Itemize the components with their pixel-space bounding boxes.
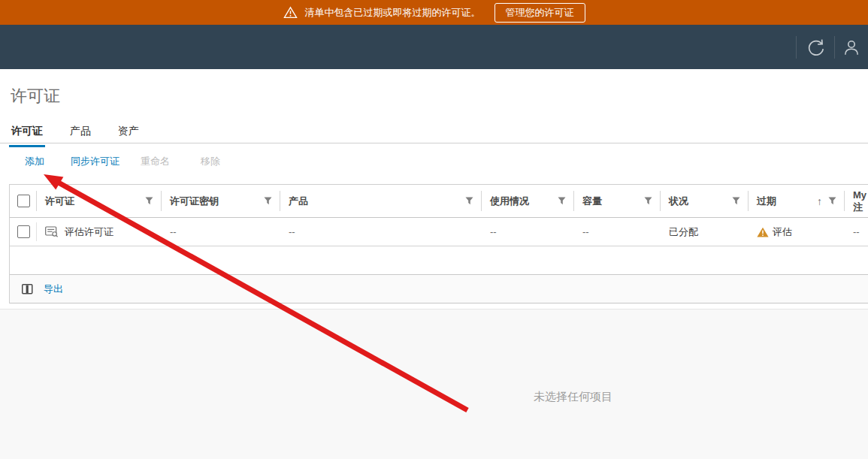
- column-label: 许可证: [45, 195, 74, 208]
- column-header-license[interactable]: 许可证: [37, 185, 162, 217]
- row-checkbox[interactable]: [17, 225, 30, 238]
- filter-icon[interactable]: [145, 197, 153, 205]
- cell-product: --: [280, 218, 482, 246]
- filter-icon[interactable]: [732, 197, 740, 205]
- cell-my-notes: --: [845, 218, 868, 246]
- column-header-product[interactable]: 产品: [280, 185, 482, 217]
- column-label: 产品: [289, 195, 308, 208]
- select-all-checkbox[interactable]: [17, 195, 30, 207]
- header-checkbox-cell: [10, 185, 37, 217]
- cell-value: --: [853, 226, 860, 237]
- column-header-state[interactable]: 状况: [661, 185, 749, 217]
- empty-selection-message: 未选择任何项目: [534, 390, 612, 404]
- cell-value: --: [490, 226, 497, 237]
- column-label: My 备注: [853, 189, 868, 213]
- tab-licenses[interactable]: 许可证: [9, 125, 45, 147]
- column-header-my-notes[interactable]: My 备注: [845, 185, 868, 217]
- user-icon[interactable]: [835, 38, 868, 56]
- filter-icon[interactable]: [264, 197, 272, 205]
- column-label: 许可证密钥: [170, 195, 219, 208]
- export-button[interactable]: 导出: [44, 282, 63, 296]
- column-label: 容量: [582, 195, 602, 208]
- table-footer: 导出: [10, 275, 868, 303]
- license-icon: [45, 226, 59, 237]
- cell-value: 已分配: [669, 225, 698, 239]
- column-header-license-key[interactable]: 许可证密钥: [162, 185, 280, 217]
- detail-pane: [0, 310, 868, 459]
- licenses-table: 许可证 许可证密钥 产品 使用情况: [9, 184, 868, 303]
- banner-message: 清单中包含已过期或即将过期的许可证。: [305, 6, 481, 20]
- page-title: 许可证: [11, 85, 60, 107]
- column-picker-icon[interactable]: [22, 284, 33, 294]
- grid-toolbar: 添加 同步许可证 重命名 移除: [0, 155, 868, 173]
- cell-capacity: --: [574, 218, 661, 246]
- manage-licenses-button[interactable]: 管理您的许可证: [494, 3, 585, 23]
- column-header-usage[interactable]: 使用情况: [482, 185, 574, 217]
- cell-license: 评估许可证: [37, 218, 162, 246]
- sync-licenses-button[interactable]: 同步许可证: [71, 155, 119, 168]
- refresh-icon[interactable]: [797, 38, 834, 57]
- row-checkbox-cell: [10, 218, 37, 246]
- cell-value: --: [582, 226, 589, 237]
- tab-assets[interactable]: 资产: [116, 125, 141, 147]
- warning-triangle-icon: [757, 227, 769, 237]
- cell-license-key: --: [162, 218, 280, 246]
- cell-value: --: [170, 226, 177, 237]
- filter-icon[interactable]: [644, 197, 652, 205]
- remove-button[interactable]: 移除: [201, 155, 220, 168]
- table-row[interactable]: 评估许可证 -- -- -- -- 已分配 评估: [10, 218, 868, 246]
- cell-usage: --: [482, 218, 574, 246]
- cell-value: 评估: [773, 225, 792, 239]
- app-window: 清单中包含已过期或即将过期的许可证。 管理您的许可证 许可证 许可证 产品 资产: [0, 0, 868, 459]
- top-navigation-bar: [0, 25, 868, 69]
- filter-icon[interactable]: [828, 197, 836, 205]
- cell-state: 已分配: [661, 218, 749, 246]
- cell-value: --: [289, 226, 295, 237]
- tabs-divider: [0, 143, 868, 143]
- license-warning-banner: 清单中包含已过期或即将过期的许可证。 管理您的许可证: [0, 0, 868, 25]
- license-name[interactable]: 评估许可证: [65, 225, 113, 239]
- filter-icon[interactable]: [465, 197, 473, 205]
- sort-ascending-icon[interactable]: ↑: [817, 195, 822, 207]
- tab-bar: 许可证 产品 资产: [9, 125, 141, 147]
- main-content: 许可证 许可证 产品 资产 添加 同步许可证 重命名 移除 许可证: [0, 69, 868, 459]
- table-header-row: 许可证 许可证密钥 产品 使用情况: [10, 185, 868, 218]
- column-label: 状况: [669, 195, 688, 208]
- column-label: 过期: [757, 195, 776, 208]
- table-empty-space: [10, 246, 868, 275]
- warning-triangle-icon: [283, 6, 298, 19]
- column-header-capacity[interactable]: 容量: [574, 185, 661, 217]
- column-header-expiration[interactable]: 过期 ↑: [749, 185, 845, 217]
- column-label: 使用情况: [490, 195, 529, 208]
- rename-button[interactable]: 重命名: [141, 155, 170, 168]
- tab-products[interactable]: 产品: [68, 125, 93, 147]
- cell-expiration: 评估: [749, 218, 845, 246]
- filter-icon[interactable]: [558, 197, 566, 205]
- add-button[interactable]: 添加: [25, 155, 44, 168]
